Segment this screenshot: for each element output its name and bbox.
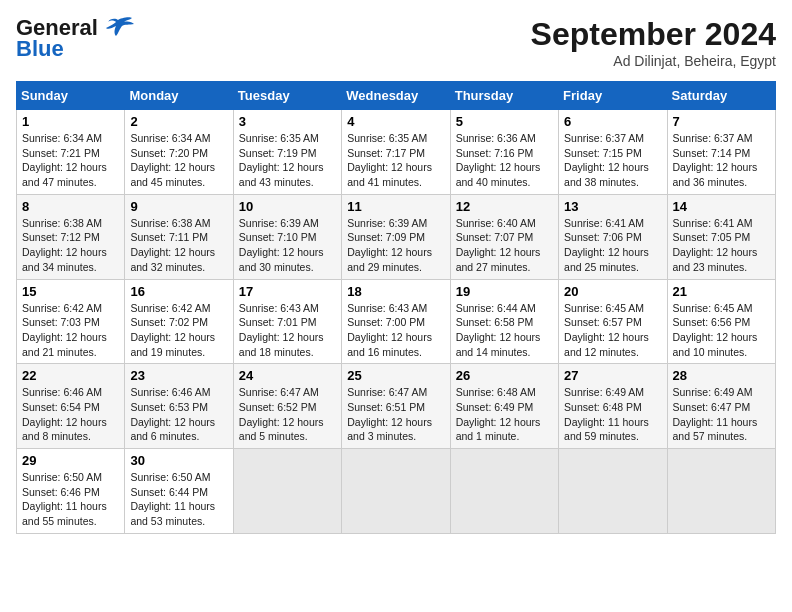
day-of-week-header: Friday [559,82,667,110]
calendar-cell [667,449,775,534]
title-block: September 2024 Ad Dilinjat, Beheira, Egy… [531,16,776,69]
day-info: Sunrise: 6:42 AMSunset: 7:03 PMDaylight:… [22,301,119,360]
day-number: 1 [22,114,119,129]
day-info: Sunrise: 6:50 AMSunset: 6:46 PMDaylight:… [22,470,119,529]
month-title: September 2024 [531,16,776,53]
day-number: 23 [130,368,227,383]
day-number: 13 [564,199,661,214]
day-info: Sunrise: 6:34 AMSunset: 7:21 PMDaylight:… [22,131,119,190]
calendar-cell: 28Sunrise: 6:49 AMSunset: 6:47 PMDayligh… [667,364,775,449]
day-number: 3 [239,114,336,129]
calendar-cell: 12Sunrise: 6:40 AMSunset: 7:07 PMDayligh… [450,194,558,279]
calendar-header-row: SundayMondayTuesdayWednesdayThursdayFrid… [17,82,776,110]
day-info: Sunrise: 6:43 AMSunset: 7:00 PMDaylight:… [347,301,444,360]
day-info: Sunrise: 6:46 AMSunset: 6:53 PMDaylight:… [130,385,227,444]
day-of-week-header: Tuesday [233,82,341,110]
day-info: Sunrise: 6:40 AMSunset: 7:07 PMDaylight:… [456,216,553,275]
day-number: 20 [564,284,661,299]
day-number: 6 [564,114,661,129]
calendar-cell: 14Sunrise: 6:41 AMSunset: 7:05 PMDayligh… [667,194,775,279]
calendar-cell: 1Sunrise: 6:34 AMSunset: 7:21 PMDaylight… [17,110,125,195]
day-of-week-header: Monday [125,82,233,110]
day-of-week-header: Wednesday [342,82,450,110]
calendar-cell: 24Sunrise: 6:47 AMSunset: 6:52 PMDayligh… [233,364,341,449]
day-number: 29 [22,453,119,468]
day-info: Sunrise: 6:50 AMSunset: 6:44 PMDaylight:… [130,470,227,529]
day-info: Sunrise: 6:35 AMSunset: 7:17 PMDaylight:… [347,131,444,190]
calendar-cell: 22Sunrise: 6:46 AMSunset: 6:54 PMDayligh… [17,364,125,449]
day-info: Sunrise: 6:45 AMSunset: 6:57 PMDaylight:… [564,301,661,360]
logo-blue-text: Blue [16,38,64,60]
calendar-cell: 3Sunrise: 6:35 AMSunset: 7:19 PMDaylight… [233,110,341,195]
day-number: 19 [456,284,553,299]
day-number: 2 [130,114,227,129]
day-info: Sunrise: 6:37 AMSunset: 7:15 PMDaylight:… [564,131,661,190]
calendar-week-row: 22Sunrise: 6:46 AMSunset: 6:54 PMDayligh… [17,364,776,449]
day-number: 5 [456,114,553,129]
day-number: 24 [239,368,336,383]
calendar-cell: 26Sunrise: 6:48 AMSunset: 6:49 PMDayligh… [450,364,558,449]
day-info: Sunrise: 6:46 AMSunset: 6:54 PMDaylight:… [22,385,119,444]
calendar-cell: 16Sunrise: 6:42 AMSunset: 7:02 PMDayligh… [125,279,233,364]
day-number: 7 [673,114,770,129]
logo-bird-icon [102,16,134,40]
calendar-cell: 27Sunrise: 6:49 AMSunset: 6:48 PMDayligh… [559,364,667,449]
day-number: 17 [239,284,336,299]
calendar-week-row: 1Sunrise: 6:34 AMSunset: 7:21 PMDaylight… [17,110,776,195]
day-info: Sunrise: 6:35 AMSunset: 7:19 PMDaylight:… [239,131,336,190]
day-info: Sunrise: 6:34 AMSunset: 7:20 PMDaylight:… [130,131,227,190]
day-info: Sunrise: 6:36 AMSunset: 7:16 PMDaylight:… [456,131,553,190]
day-info: Sunrise: 6:44 AMSunset: 6:58 PMDaylight:… [456,301,553,360]
day-info: Sunrise: 6:39 AMSunset: 7:09 PMDaylight:… [347,216,444,275]
calendar-cell: 25Sunrise: 6:47 AMSunset: 6:51 PMDayligh… [342,364,450,449]
logo: General Blue [16,16,134,60]
location-subtitle: Ad Dilinjat, Beheira, Egypt [531,53,776,69]
day-number: 12 [456,199,553,214]
day-info: Sunrise: 6:49 AMSunset: 6:47 PMDaylight:… [673,385,770,444]
calendar-cell [559,449,667,534]
day-info: Sunrise: 6:42 AMSunset: 7:02 PMDaylight:… [130,301,227,360]
day-number: 30 [130,453,227,468]
calendar-cell: 10Sunrise: 6:39 AMSunset: 7:10 PMDayligh… [233,194,341,279]
day-number: 26 [456,368,553,383]
day-info: Sunrise: 6:48 AMSunset: 6:49 PMDaylight:… [456,385,553,444]
calendar-cell: 18Sunrise: 6:43 AMSunset: 7:00 PMDayligh… [342,279,450,364]
calendar-week-row: 29Sunrise: 6:50 AMSunset: 6:46 PMDayligh… [17,449,776,534]
day-number: 8 [22,199,119,214]
day-number: 21 [673,284,770,299]
day-of-week-header: Thursday [450,82,558,110]
calendar-cell: 9Sunrise: 6:38 AMSunset: 7:11 PMDaylight… [125,194,233,279]
day-info: Sunrise: 6:39 AMSunset: 7:10 PMDaylight:… [239,216,336,275]
calendar-cell: 7Sunrise: 6:37 AMSunset: 7:14 PMDaylight… [667,110,775,195]
day-number: 9 [130,199,227,214]
calendar-cell: 23Sunrise: 6:46 AMSunset: 6:53 PMDayligh… [125,364,233,449]
day-info: Sunrise: 6:37 AMSunset: 7:14 PMDaylight:… [673,131,770,190]
day-info: Sunrise: 6:43 AMSunset: 7:01 PMDaylight:… [239,301,336,360]
day-number: 14 [673,199,770,214]
calendar-cell [450,449,558,534]
day-info: Sunrise: 6:41 AMSunset: 7:06 PMDaylight:… [564,216,661,275]
page-header: General Blue September 2024 Ad Dilinjat,… [16,16,776,69]
calendar-cell: 8Sunrise: 6:38 AMSunset: 7:12 PMDaylight… [17,194,125,279]
calendar-cell: 11Sunrise: 6:39 AMSunset: 7:09 PMDayligh… [342,194,450,279]
calendar-cell: 6Sunrise: 6:37 AMSunset: 7:15 PMDaylight… [559,110,667,195]
calendar-cell: 4Sunrise: 6:35 AMSunset: 7:17 PMDaylight… [342,110,450,195]
calendar-cell: 5Sunrise: 6:36 AMSunset: 7:16 PMDaylight… [450,110,558,195]
day-info: Sunrise: 6:47 AMSunset: 6:52 PMDaylight:… [239,385,336,444]
calendar-cell: 21Sunrise: 6:45 AMSunset: 6:56 PMDayligh… [667,279,775,364]
calendar-table: SundayMondayTuesdayWednesdayThursdayFrid… [16,81,776,534]
calendar-cell: 13Sunrise: 6:41 AMSunset: 7:06 PMDayligh… [559,194,667,279]
day-info: Sunrise: 6:45 AMSunset: 6:56 PMDaylight:… [673,301,770,360]
calendar-cell: 29Sunrise: 6:50 AMSunset: 6:46 PMDayligh… [17,449,125,534]
day-of-week-header: Saturday [667,82,775,110]
day-info: Sunrise: 6:38 AMSunset: 7:12 PMDaylight:… [22,216,119,275]
day-info: Sunrise: 6:49 AMSunset: 6:48 PMDaylight:… [564,385,661,444]
day-number: 28 [673,368,770,383]
day-number: 10 [239,199,336,214]
day-number: 11 [347,199,444,214]
calendar-cell [233,449,341,534]
day-of-week-header: Sunday [17,82,125,110]
day-number: 25 [347,368,444,383]
calendar-cell [342,449,450,534]
day-number: 18 [347,284,444,299]
